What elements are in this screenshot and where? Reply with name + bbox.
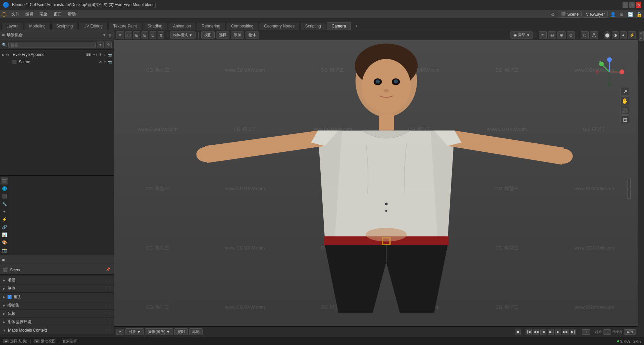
engine-selector-icon[interactable]: ⚙ xyxy=(549,11,556,18)
outliner-menu-icon[interactable]: ≡ xyxy=(2,32,5,38)
select-menu-btn[interactable]: 选择 xyxy=(216,31,229,39)
jump-end-btn[interactable]: ▶| xyxy=(570,329,576,335)
section-maps-header[interactable]: ▼ Maps Models Context ⋮⋮ xyxy=(0,326,114,334)
mode-icon-2[interactable]: ⊞ xyxy=(133,31,140,39)
viewport-3d[interactable]: ≡ ⬚ ⊞ ⊟ ⊡ ⊠ 物体模式 ▼ 视图 选择 xyxy=(114,30,638,337)
viewport-gizmo[interactable]: X Y Z xyxy=(594,57,625,88)
props-menu-icon[interactable]: ≡ xyxy=(2,258,5,263)
frame-end-input[interactable]: 479 xyxy=(624,329,636,335)
close-button[interactable]: ✕ xyxy=(636,2,641,8)
section-rigid-header[interactable]: ▶ 刚体世界环境 ⋮⋮ xyxy=(0,318,114,326)
move-tool[interactable]: ✋ xyxy=(621,96,629,105)
scene-viewport-icon[interactable]: ⊙ xyxy=(104,60,106,64)
camera-playback-btn[interactable]: 摄像(播放) ▼ xyxy=(145,328,173,335)
eevee-icon[interactable]: ⚡ xyxy=(628,31,636,39)
prop-icon-world[interactable]: 🌐 xyxy=(1,185,8,192)
timeline-mark-btn[interactable]: 标记 xyxy=(189,328,203,335)
tab-modeling[interactable]: Modeling xyxy=(24,22,51,30)
viewport-menu-btn[interactable]: ≡ xyxy=(116,31,124,39)
section-gravity-header[interactable]: ▶ ✓ 重力 ⋮⋮ xyxy=(0,293,114,301)
section-keyframes-header[interactable]: ▶ 播帧集 ⋮⋮ xyxy=(0,301,114,309)
frame-start-input[interactable]: 1 xyxy=(603,329,611,335)
shading-icon[interactable]: 八 xyxy=(590,31,598,39)
prop-icon-physics[interactable]: ⚡ xyxy=(1,216,8,223)
scene-visibility-icon[interactable]: 👁 xyxy=(99,60,102,64)
outliner-search-input[interactable] xyxy=(8,42,96,48)
section-audio-header[interactable]: ▶ 音频 ⋮⋮ xyxy=(0,309,114,318)
menu-render[interactable]: 渲染 xyxy=(37,11,50,18)
tab-sculpting[interactable]: Sculpting xyxy=(51,22,78,30)
outliner-new-icon[interactable]: ⊕ xyxy=(108,33,112,38)
user-icon[interactable]: 👤 xyxy=(609,11,616,18)
render-icon[interactable]: 📷 xyxy=(108,53,112,57)
minimize-button[interactable]: − xyxy=(623,2,628,8)
next-frame-btn[interactable]: ▶ xyxy=(555,329,561,335)
mode-icon-3[interactable]: ⊟ xyxy=(142,31,148,39)
tab-compositing[interactable]: Compositing xyxy=(226,22,259,30)
timeline-view-btn[interactable]: 视图 xyxy=(174,328,188,335)
overlay-icon[interactable]: ◌ xyxy=(581,31,589,39)
prop-icon-object[interactable]: ⬛ xyxy=(1,193,8,200)
camera-tool[interactable]: 🎥 xyxy=(621,106,629,115)
maximize-button[interactable]: □ xyxy=(629,2,635,8)
next-keyframe-btn[interactable]: ▶▶ xyxy=(562,329,569,335)
rendered-shading-btn[interactable]: ● xyxy=(620,31,627,39)
menu-help[interactable]: 帮助 xyxy=(65,11,78,18)
menu-file[interactable]: 文件 xyxy=(9,11,22,18)
tab-uv-editing[interactable]: UV Editing xyxy=(78,22,108,30)
scene-selector[interactable]: 🎬 Scene xyxy=(558,11,582,18)
tab-geometry-nodes[interactable]: Geometry Nodes xyxy=(259,22,300,30)
add-menu-btn[interactable]: 添加 xyxy=(231,31,244,39)
sync-icon[interactable]: 🔄 xyxy=(627,11,634,18)
object-menu-btn[interactable]: 物体 xyxy=(246,31,259,39)
prop-icon-data[interactable]: 📊 xyxy=(1,231,8,238)
section-units-header[interactable]: ▶ 单位 ⋮⋮ xyxy=(0,284,114,292)
material-shading-btn[interactable]: ◑ xyxy=(612,31,619,39)
grid-tool[interactable]: ⊞ xyxy=(621,115,629,124)
add-workspace-button[interactable]: + xyxy=(352,22,361,30)
cursor-tool[interactable]: ↗ xyxy=(621,87,629,96)
pivot-icon[interactable]: ◎ xyxy=(548,31,556,39)
record-btn[interactable]: ⏺ xyxy=(515,329,521,335)
view-menu-btn[interactable]: 视图 xyxy=(201,31,215,39)
current-frame-display[interactable]: 1 xyxy=(582,329,590,335)
lock-icon[interactable]: 🔒 xyxy=(635,11,643,18)
playback-btn[interactable]: 回放 ▼ xyxy=(125,328,144,335)
snap-icon[interactable]: ⊕ xyxy=(557,31,566,39)
settings-icon[interactable]: ⚙ xyxy=(618,11,625,18)
prev-frame-btn[interactable]: ◀ xyxy=(540,329,546,335)
menu-edit[interactable]: 编辑 xyxy=(23,11,36,18)
tab-layout[interactable]: Layout xyxy=(1,22,23,30)
tab-rendering[interactable]: Rendering xyxy=(197,22,225,30)
prop-icon-render[interactable]: 📸 xyxy=(1,247,8,254)
filter-btn[interactable]: ▼ xyxy=(97,42,104,48)
prop-icon-material[interactable]: 🎨 xyxy=(1,239,8,246)
jump-start-btn[interactable]: |◀ xyxy=(526,329,532,335)
transform-icon[interactable]: ⟲ xyxy=(539,31,547,39)
local-view-btn[interactable]: ◉ 局部 ▼ xyxy=(511,31,533,39)
object-mode-btn[interactable]: 物体模式 ▼ xyxy=(170,31,196,39)
right-panel-btn-1[interactable]: ≡ xyxy=(639,31,644,36)
tab-texture-paint[interactable]: Texture Paint xyxy=(108,22,142,30)
prop-icon-scene[interactable]: 🎬 xyxy=(1,177,8,185)
proportional-icon[interactable]: ⊙ xyxy=(567,31,575,39)
scene-render-icon[interactable]: 📷 xyxy=(108,60,112,64)
visibility-icon[interactable]: 👁 xyxy=(99,53,102,57)
prop-icon-constraints[interactable]: 🔗 xyxy=(1,223,8,231)
prev-keyframe-btn[interactable]: ◀◀ xyxy=(533,329,539,335)
prop-icon-particles[interactable]: ✦ xyxy=(1,208,8,215)
prop-icon-modifier[interactable]: 🔧 xyxy=(1,200,8,208)
timeline-menu-btn[interactable]: ≡ xyxy=(116,329,124,335)
play-btn[interactable]: ▶ xyxy=(548,329,554,335)
outliner-row-collection[interactable]: ▶ ⊙ Evie Frye Append 38 ▼3 👁 ⊙ 📷 xyxy=(0,51,114,58)
tab-camera[interactable]: Camera xyxy=(327,22,351,30)
section-scene-header[interactable]: ▶ 场景 ⋮⋮ xyxy=(0,276,114,284)
mode-icon-5[interactable]: ⊠ xyxy=(158,31,164,39)
menu-window[interactable]: 窗口 xyxy=(51,11,64,18)
n-panel-toggle[interactable]: › xyxy=(627,179,631,199)
mode-icon-4[interactable]: ⊡ xyxy=(150,31,156,39)
tab-scripting[interactable]: Scripting xyxy=(300,22,326,30)
filter-options-btn[interactable]: ⚙ xyxy=(105,42,112,48)
right-panel-btn-2[interactable]: ⚙ xyxy=(639,36,644,41)
tab-animation[interactable]: Animation xyxy=(168,22,196,30)
